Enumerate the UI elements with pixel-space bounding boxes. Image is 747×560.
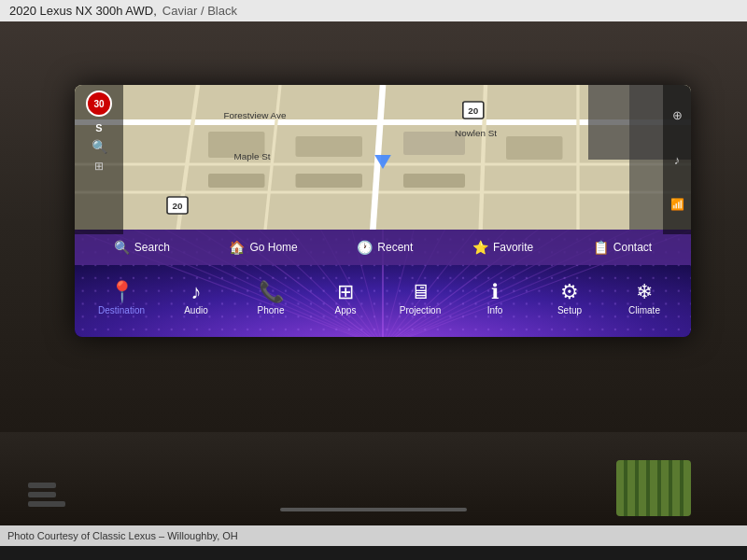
destination-icon: 📍 bbox=[109, 282, 134, 302]
audio-label: Audio bbox=[184, 305, 208, 315]
phone-label: Phone bbox=[258, 305, 285, 315]
photo-container: Forestview Ave Maple St Nowlen St 20 20 … bbox=[0, 21, 747, 525]
icon-setup[interactable]: ⚙ Setup bbox=[540, 282, 600, 315]
setup-icon: ⚙ bbox=[560, 282, 579, 302]
icon-audio[interactable]: ♪ Audio bbox=[166, 282, 227, 315]
icon-climate[interactable]: ❄ Climate bbox=[614, 282, 675, 315]
screen-right-sidebar: ⊕ ♪ 📶 bbox=[663, 85, 691, 234]
map-view-icon[interactable]: ⊞ bbox=[94, 160, 104, 173]
speed-badge: 30 bbox=[86, 91, 112, 117]
projection-label: Projection bbox=[400, 305, 441, 315]
footer-text: Photo Courtesy of Classic Lexus – Willou… bbox=[7, 530, 238, 541]
favorite-nav-icon: ⭐ bbox=[472, 240, 488, 255]
steering-line bbox=[280, 508, 467, 511]
screen-bezel: Forestview Ave Maple St Nowlen St 20 20 … bbox=[75, 85, 691, 337]
header-bar: 2020 Lexus NX 300h AWD, Caviar / Black bbox=[0, 0, 747, 21]
info-label: Info bbox=[487, 305, 503, 315]
info-icon: ℹ bbox=[491, 282, 499, 302]
icon-projection[interactable]: 🖥 Projection bbox=[390, 282, 451, 315]
bottom-menu: 🔍 Search 🏠 Go Home 🕐 Recent ⭐ Favorite 📋 bbox=[75, 230, 691, 337]
nav-contact[interactable]: 📋 Contact bbox=[593, 240, 652, 255]
nav-search[interactable]: 🔍 Search bbox=[114, 240, 170, 255]
climate-label: Climate bbox=[628, 305, 660, 315]
search-nav-icon: 🔍 bbox=[114, 240, 130, 255]
search-nav-label: Search bbox=[134, 241, 170, 254]
footer-bar: Photo Courtesy of Classic Lexus – Willou… bbox=[0, 525, 747, 546]
dash-btn-1[interactable] bbox=[28, 483, 56, 488]
compass-icon: ⊕ bbox=[672, 108, 683, 122]
zoom-in-icon[interactable]: 🔍 bbox=[92, 139, 107, 154]
svg-rect-11 bbox=[296, 136, 363, 157]
dash-btn-3[interactable] bbox=[28, 501, 65, 507]
icon-destination[interactable]: 📍 Destination bbox=[92, 282, 152, 315]
setup-label: Setup bbox=[557, 305, 582, 315]
favorite-nav-label: Favorite bbox=[493, 241, 533, 254]
icon-apps[interactable]: ⊞ Apps bbox=[316, 282, 376, 315]
svg-text:Maple St: Maple St bbox=[234, 151, 271, 161]
signal-icon: 📶 bbox=[670, 198, 684, 211]
map-area: Forestview Ave Maple St Nowlen St 20 20 … bbox=[75, 85, 691, 234]
contact-nav-label: Contact bbox=[613, 241, 652, 254]
air-vent bbox=[616, 460, 691, 516]
dash-controls-left bbox=[28, 483, 65, 507]
svg-text:Forestview Ave: Forestview Ave bbox=[224, 110, 287, 119]
recent-nav-icon: 🕐 bbox=[357, 240, 373, 255]
svg-rect-15 bbox=[296, 174, 363, 188]
svg-text:Nowlen St: Nowlen St bbox=[455, 128, 497, 137]
nav-favorite[interactable]: ⭐ Favorite bbox=[472, 240, 533, 255]
climate-icon: ❄ bbox=[636, 282, 653, 302]
dash-btn-2[interactable] bbox=[28, 492, 56, 497]
recent-nav-label: Recent bbox=[377, 241, 413, 254]
destination-label: Destination bbox=[98, 305, 145, 315]
music-icon: ♪ bbox=[674, 153, 681, 167]
direction-label: S bbox=[95, 122, 102, 133]
projection-icon: 🖥 bbox=[410, 282, 430, 302]
svg-text:20: 20 bbox=[468, 105, 478, 115]
svg-rect-13 bbox=[506, 136, 563, 160]
quick-nav-bar: 🔍 Search 🏠 Go Home 🕐 Recent ⭐ Favorite 📋 bbox=[75, 230, 691, 265]
svg-text:20: 20 bbox=[172, 201, 182, 210]
dashboard-area bbox=[0, 432, 747, 525]
nav-go-home[interactable]: 🏠 Go Home bbox=[229, 240, 297, 255]
car-trim: Caviar / Black bbox=[162, 4, 237, 18]
go-home-label: Go Home bbox=[249, 241, 297, 254]
icon-phone[interactable]: 📞 Phone bbox=[241, 282, 302, 315]
screen-left-sidebar: 30 S 🔍 ⊞ bbox=[75, 85, 123, 234]
contact-nav-icon: 📋 bbox=[593, 240, 609, 255]
car-title: 2020 Lexus NX 300h AWD, bbox=[9, 4, 157, 18]
svg-rect-14 bbox=[208, 174, 265, 188]
audio-icon: ♪ bbox=[191, 282, 202, 302]
svg-rect-16 bbox=[403, 174, 465, 188]
apps-label: Apps bbox=[335, 305, 357, 315]
icon-info[interactable]: ℹ Info bbox=[465, 282, 526, 315]
bottom-icons-row: 📍 Destination ♪ Audio 📞 Phone ⊞ Apps 🖥 bbox=[75, 265, 691, 332]
phone-icon: 📞 bbox=[259, 282, 284, 302]
home-nav-icon: 🏠 bbox=[229, 240, 245, 255]
apps-icon: ⊞ bbox=[337, 282, 354, 302]
nav-recent[interactable]: 🕐 Recent bbox=[357, 240, 413, 255]
